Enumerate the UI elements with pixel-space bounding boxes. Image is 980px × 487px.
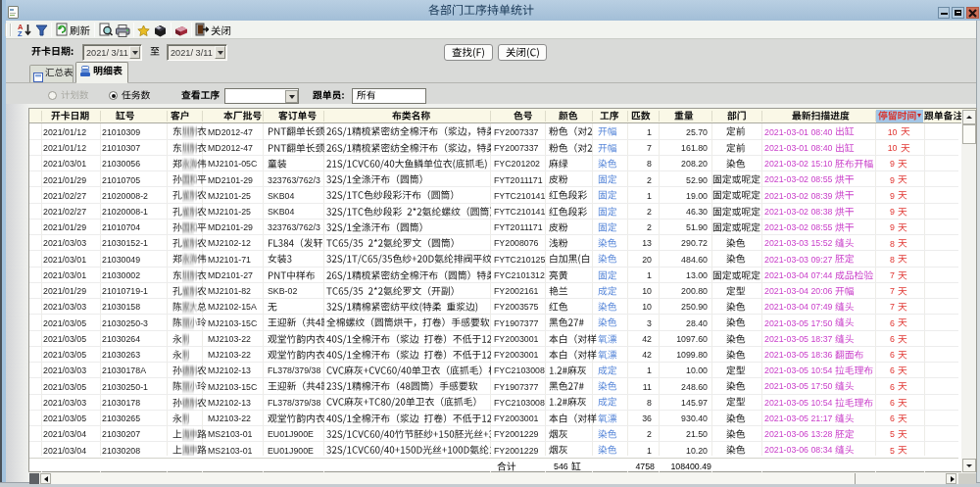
svg-text:Z: Z — [18, 29, 23, 37]
